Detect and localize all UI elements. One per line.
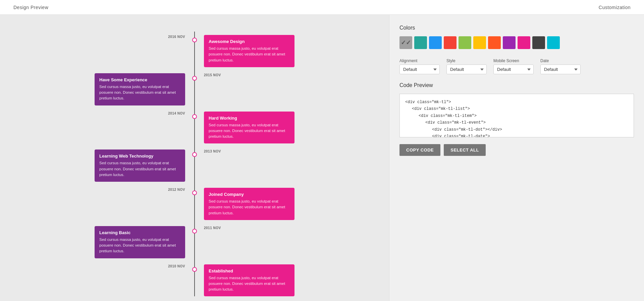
timeline-dot-1 (192, 38, 197, 42)
timeline-dot-2 (192, 76, 197, 81)
swatch-orange-red[interactable] (488, 36, 501, 49)
date-label-7: 2010 NOV (168, 264, 185, 268)
swatch-amber[interactable] (473, 36, 486, 49)
card-area-4: Learning Web Technology Sed cursus massa… (95, 149, 185, 182)
date-control: Date Default On Off (540, 58, 581, 74)
controls-row: Alignment Default Left Right Style Defau… (399, 58, 634, 74)
date-area-3: 2014 NOV (168, 112, 185, 144)
date-area-5: 2012 NOV (168, 188, 185, 220)
colors-title: Colors (399, 25, 634, 31)
card-area-7: Established Sed cursus massa justo, eu v… (204, 264, 294, 297)
alignment-label: Alignment (399, 58, 440, 63)
timeline-left-6: Learning Basic Sed cursus massa justo, e… (80, 223, 195, 258)
swatch-red[interactable] (444, 36, 457, 49)
code-preview-title: Code Preview (399, 82, 634, 88)
alignment-select[interactable]: Default Left Right (399, 64, 440, 74)
card-area-1: Awesome Design Sed cursus massa justo, e… (204, 35, 294, 67)
card-desc-1: Sed cursus massa justo, eu volutpat erat… (209, 46, 290, 63)
card-title-5: Joined Company (209, 192, 290, 197)
timeline-dot-6 (192, 229, 197, 233)
code-line-1: <div class="mk-tl"> (405, 99, 628, 105)
design-panel: 2016 NOV Awesome Design Sed cursus massa… (0, 15, 389, 301)
timeline-item-4: Learning Web Technology Sed cursus massa… (80, 146, 309, 182)
timeline-right-3: Hard Working Sed cursus massa justo, eu … (195, 108, 309, 144)
code-line-5: <div class="mk-tl-dot"></div> (405, 126, 628, 133)
card-title-2: Have Some Experience (99, 77, 180, 82)
timeline-dot-7 (192, 267, 197, 272)
date-label-3: 2014 NOV (168, 112, 185, 115)
card-title-6: Learning Basic (99, 230, 180, 235)
timeline-item-5: 2012 NOV Joined Company Sed cursus massa… (80, 184, 309, 220)
timeline-right-5: Joined Company Sed cursus massa justo, e… (195, 184, 309, 220)
card-5: Joined Company Sed cursus massa justo, e… (204, 188, 294, 220)
timeline-right-6: 2011 NOV (195, 223, 309, 258)
date-area-2: 2015 NOV (204, 73, 221, 105)
card-desc-5: Sed cursus massa justo, eu volutpat erat… (209, 199, 290, 216)
date-area-4: 2013 NOV (204, 149, 221, 182)
mobile-screen-control: Mobile Screen Default On Off (493, 58, 534, 74)
select-all-button[interactable]: SELECT ALL (444, 144, 486, 156)
customization-panel: Colors ✓ Alignment Defa (389, 15, 644, 301)
card-title-4: Learning Web Technology (99, 154, 180, 159)
card-title-1: Awesome Design (209, 39, 290, 44)
date-area-1: 2016 NOV (168, 35, 185, 67)
card-desc-3: Sed cursus massa justo, eu volutpat erat… (209, 122, 290, 140)
card-area-3: Hard Working Sed cursus massa justo, eu … (204, 112, 294, 144)
customization-title: Customization (599, 5, 631, 10)
timeline: 2016 NOV Awesome Design Sed cursus massa… (80, 32, 309, 296)
card-6: Learning Basic Sed cursus massa justo, e… (95, 226, 185, 258)
alignment-control: Alignment Default Left Right (399, 58, 440, 74)
swatch-blue[interactable] (429, 36, 442, 49)
timeline-item-2: Have Some Experience Sed cursus massa ju… (80, 70, 309, 105)
card-desc-4: Sed cursus massa justo, eu volutpat erat… (99, 160, 180, 178)
timeline-left-3: 2014 NOV (80, 108, 195, 144)
mobile-screen-select[interactable]: Default On Off (493, 64, 534, 74)
swatch-dark[interactable] (532, 36, 545, 49)
swatch-cyan[interactable] (547, 36, 560, 49)
swatch-purple[interactable] (503, 36, 516, 49)
swatch-teal[interactable] (414, 36, 427, 49)
card-desc-7: Sed cursus massa justo, eu volutpat erat… (209, 275, 290, 293)
timeline-left-5: 2012 NOV (80, 184, 195, 220)
main-layout: 2016 NOV Awesome Design Sed cursus massa… (0, 15, 644, 301)
copy-code-button[interactable]: COPY CODE (399, 144, 440, 156)
card-3: Hard Working Sed cursus massa justo, eu … (204, 112, 294, 144)
header: Design Preview Customization (0, 0, 644, 15)
date-label-2: 2015 NOV (204, 73, 221, 77)
code-box[interactable]: <div class="mk-tl"> <div class="mk-tl-li… (399, 94, 634, 137)
card-7: Established Sed cursus massa justo, eu v… (204, 264, 294, 297)
card-title-7: Established (209, 268, 290, 273)
timeline-item-3: 2014 NOV Hard Working Sed cursus massa j… (80, 108, 309, 144)
code-preview-section: Code Preview <div class="mk-tl"> <div cl… (399, 82, 634, 137)
timeline-item: 2016 NOV Awesome Design Sed cursus massa… (80, 32, 309, 67)
style-control: Style Default Style 1 Style 2 (446, 58, 487, 74)
design-preview-title: Design Preview (13, 5, 48, 10)
code-line-2: <div class="mk-tl-list"> (405, 105, 628, 112)
card-1: Awesome Design Sed cursus massa justo, e… (204, 35, 294, 67)
timeline-dot-3 (192, 114, 197, 119)
timeline-left-1: 2016 NOV (80, 32, 195, 67)
timeline-right-1: Awesome Design Sed cursus massa justo, e… (195, 32, 309, 67)
timeline-left-7: 2010 NOV (80, 261, 195, 297)
timeline-left-2: Have Some Experience Sed cursus massa ju… (80, 70, 195, 105)
card-area-2: Have Some Experience Sed cursus massa ju… (95, 73, 185, 105)
date-area-6: 2011 NOV (204, 226, 221, 258)
swatch-gray[interactable]: ✓ (399, 36, 412, 49)
date-label-5: 2012 NOV (168, 188, 185, 191)
card-area-6: Learning Basic Sed cursus massa justo, e… (95, 226, 185, 258)
date-area-7: 2010 NOV (168, 264, 185, 297)
date-select[interactable]: Default On Off (540, 64, 581, 74)
button-row: COPY CODE SELECT ALL (399, 144, 634, 156)
code-line-4: <div class="mk-tl-event"> (405, 119, 628, 126)
card-desc-6: Sed cursus massa justo, eu volutpat erat… (99, 237, 180, 254)
card-area-5: Joined Company Sed cursus massa justo, e… (204, 188, 294, 220)
swatch-pink[interactable] (518, 36, 530, 49)
swatch-green[interactable] (459, 36, 471, 49)
timeline-dot-5 (192, 190, 197, 195)
timeline-item-7: 2010 NOV Established Sed cursus massa ju… (80, 261, 309, 297)
colors-section: Colors ✓ (399, 25, 634, 49)
card-desc-2: Sed cursus massa justo, eu volutpat erat… (99, 84, 180, 101)
code-line-6: <div class="mk-tl-date"> (405, 133, 628, 137)
date-label-1: 2016 NOV (168, 35, 185, 39)
style-select[interactable]: Default Style 1 Style 2 (446, 64, 487, 74)
